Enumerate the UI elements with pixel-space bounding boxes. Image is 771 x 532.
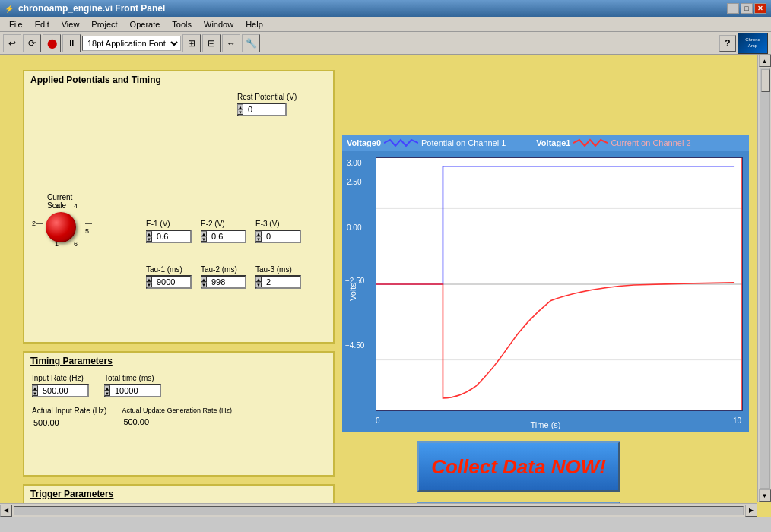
applied-panel-title: Applied Potentials and Timing: [24, 71, 333, 88]
vertical-scrollbar[interactable]: ▲ ▼: [757, 55, 771, 502]
window-title: chronoamp_engine.vi Front Panel: [18, 3, 165, 14]
font-select[interactable]: 18pt Application Font: [82, 36, 181, 51]
knob-scale-2: 2—: [32, 220, 43, 227]
tau3-input[interactable]: [255, 275, 301, 289]
total-time-group: Total time (ms) ▲ ▼: [104, 374, 161, 397]
voltage1-desc: Current on Channel 2: [611, 138, 690, 147]
voltage0-key: Voltage0: [347, 138, 381, 147]
input-rate-input[interactable]: [32, 384, 89, 397]
e3-spinner[interactable]: ▲ ▼: [255, 231, 262, 242]
scroll-up-button[interactable]: ▲: [759, 55, 771, 67]
total-time-label: Total time (ms): [104, 374, 161, 382]
actual-update-label: Actual Update Generation Rate (Hz): [122, 407, 232, 414]
total-time-input[interactable]: [104, 384, 161, 397]
e1-field-group: E-1 (V) ▲ ▼: [146, 220, 192, 243]
scroll-left-button[interactable]: ◀: [0, 505, 12, 517]
rest-potential-label: Rest Potential (V): [237, 93, 297, 101]
x-tick-0: 0: [376, 416, 380, 425]
resize-button[interactable]: ↔: [222, 34, 240, 52]
toolbar: ↩ ⟳ ⬤ ⏸ 18pt Application Font ⊞ ⊟ ↔ 🔧 ? …: [0, 32, 771, 55]
scroll-right-button[interactable]: ▶: [745, 505, 757, 517]
run-button[interactable]: ↩: [3, 34, 21, 52]
legend-voltage1: Voltage1 Current on Channel 2: [536, 137, 690, 149]
chart-plot-container: Volts 3.00 2.50 0.00: [342, 151, 749, 432]
chart-section: Voltage0 Potential on Channel 1 Voltage1…: [342, 135, 749, 432]
e1-spinner[interactable]: ▲ ▼: [146, 231, 152, 242]
tau2-label: Tau-2 (ms): [201, 265, 246, 274]
minimize-button[interactable]: _: [727, 3, 739, 14]
align-button[interactable]: ⊞: [182, 34, 201, 52]
timing-parameters-panel: Timing Parameters Input Rate (Hz) ▲ ▼ To…: [23, 351, 335, 477]
distribute-button[interactable]: ⊟: [202, 34, 221, 52]
tau3-spinner[interactable]: ▲ ▼: [255, 277, 262, 287]
stop-button[interactable]: ⬤: [43, 34, 61, 52]
input-rate-label: Input Rate (Hz): [32, 374, 89, 382]
run-cont-button[interactable]: ⟳: [23, 34, 41, 52]
tau2-input[interactable]: [201, 275, 246, 289]
menu-operate[interactable]: Operate: [124, 18, 167, 30]
voltage1-key: Voltage1: [536, 138, 570, 147]
menu-file[interactable]: File: [3, 18, 29, 30]
help-button[interactable]: ?: [719, 35, 736, 52]
collect-data-button[interactable]: Collect Data NOW!: [417, 441, 620, 492]
e2-label: E-2 (V): [201, 220, 246, 228]
reorder-button[interactable]: 🔧: [242, 34, 260, 52]
tau1-spinner[interactable]: ▲ ▼: [146, 277, 152, 287]
rest-potential-input[interactable]: [237, 103, 287, 116]
e2-input[interactable]: [201, 230, 246, 243]
menu-bar: File Edit View Project Operate Tools Win…: [0, 17, 771, 32]
voltage1-line-icon: [573, 137, 608, 149]
scroll-track[interactable]: [760, 68, 770, 489]
maximize-button[interactable]: □: [741, 3, 753, 14]
input-rate-group: Input Rate (Hz) ▲ ▼: [32, 374, 89, 397]
menu-tools[interactable]: Tools: [166, 18, 198, 30]
tau3-label: Tau-3 (ms): [255, 265, 301, 274]
menu-help[interactable]: Help: [240, 18, 269, 30]
menu-project[interactable]: Project: [85, 18, 123, 30]
current-scale-label: Current Scale: [47, 193, 72, 210]
y-tick-450-neg: −4.50: [345, 341, 364, 350]
total-time-spinner[interactable]: ▲ ▼: [104, 385, 110, 396]
tau2-spinner[interactable]: ▲ ▼: [201, 277, 207, 287]
y-tick-250: 2.50: [347, 178, 361, 186]
e2-field-group: E-2 (V) ▲ ▼: [201, 220, 246, 243]
menu-edit[interactable]: Edit: [29, 18, 56, 30]
scroll-thumb[interactable]: [761, 69, 770, 92]
tau1-field-group: Tau-1 (ms) ▲ ▼: [146, 265, 192, 289]
tau1-input[interactable]: [146, 275, 192, 289]
collect-data-label: Collect Data NOW!: [431, 455, 606, 479]
app-icon: ⚡: [5, 5, 14, 13]
timing-panel-title: Timing Parameters: [24, 353, 333, 369]
y-tick-300: 3.00: [347, 159, 361, 167]
e2-spinner[interactable]: ▲ ▼: [201, 231, 207, 242]
actual-input-rate-label: Actual Input Rate (Hz): [32, 407, 106, 415]
input-rate-spinner[interactable]: ▲ ▼: [32, 385, 38, 396]
e3-input[interactable]: [255, 230, 301, 243]
horizontal-scroll-track[interactable]: [14, 506, 744, 515]
knob-scale-5: —5: [85, 220, 92, 235]
actual-input-rate-group: Actual Input Rate (Hz) 500.00: [32, 407, 106, 429]
legend-voltage0: Voltage0 Potential on Channel 1: [347, 137, 506, 149]
e1-input[interactable]: [146, 230, 192, 243]
title-bar: ⚡ chronoamp_engine.vi Front Panel _ □ ✕: [0, 0, 771, 17]
actual-update-group: Actual Update Generation Rate (Hz) 500.0…: [122, 407, 232, 429]
menu-window[interactable]: Window: [198, 18, 240, 30]
knob-scale-4: 4: [74, 202, 78, 210]
y-tick-000: 0.00: [347, 223, 361, 232]
x-axis-label: Time (s): [531, 420, 561, 429]
current-scale-knob[interactable]: [46, 212, 76, 242]
rest-potential-spinner[interactable]: ▲ ▼: [237, 104, 243, 115]
e1-label: E-1 (V): [146, 220, 192, 228]
close-button[interactable]: ✕: [754, 3, 766, 14]
y-axis-label: Volts: [348, 283, 357, 301]
chrono-icon: ChronoAmp: [738, 33, 768, 54]
menu-view[interactable]: View: [56, 18, 86, 30]
x-tick-10: 10: [733, 416, 741, 425]
horizontal-scrollbar[interactable]: ◀ ▶: [0, 503, 757, 517]
trigger-panel-title: Trigger Parameters: [24, 486, 333, 502]
scroll-down-button[interactable]: ▼: [759, 489, 771, 502]
chart-svg: [376, 158, 742, 410]
chart-plot-area: [376, 157, 743, 411]
pause-button[interactable]: ⏸: [62, 34, 81, 52]
actual-input-rate-value: 500.00: [32, 416, 106, 429]
